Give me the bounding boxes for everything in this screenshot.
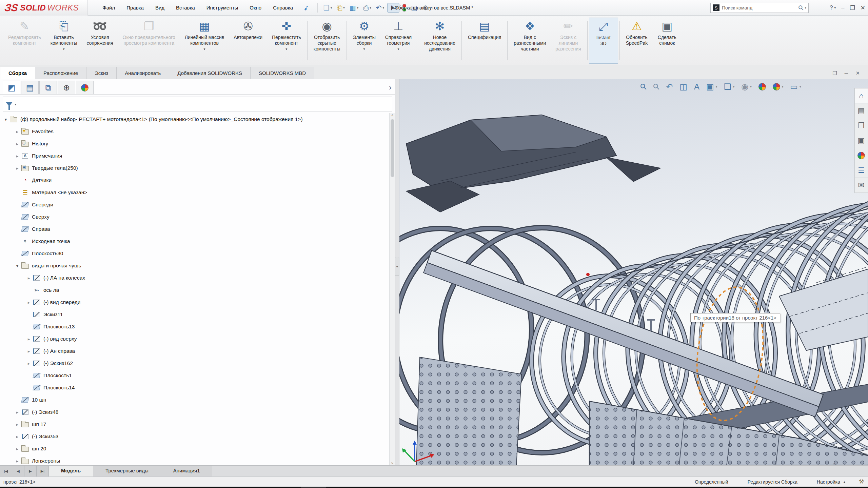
tree-item[interactable]: ▾(ф) продольный набор- РЕСТАРТ+ мотоганд… [2,113,389,125]
steam-button[interactable]: ◉ [100,487,125,488]
status-dropdown-icon[interactable]: ▴ [844,480,845,484]
tree-item[interactable]: ◔Датчики [2,174,389,186]
ribbon-mate-button[interactable]: ➿Условия сопряжения [82,18,118,64]
tree-item[interactable]: ▸(-) Эскиз53 [2,430,389,443]
tree-item[interactable]: Сверху [2,211,389,223]
menu-Правка[interactable]: Правка [121,3,150,13]
tree-item[interactable]: ▸AПримечания [2,150,389,162]
apply-scene-button[interactable]: ▾ [771,82,785,92]
tab-Эскиз[interactable]: Эскиз [86,67,117,79]
tree-item[interactable]: Плоскость1 [2,369,389,382]
tree-expand-arrow-icon[interactable]: ▸ [14,422,21,427]
save-button[interactable]: ▦▾ [348,3,360,12]
display-style-button[interactable]: ❑▾ [722,81,736,93]
dropdown-arrow-icon[interactable]: ▾ [733,85,735,88]
taskpane-forum-tab[interactable]: ✉ [855,178,868,193]
tree-expand-arrow-icon[interactable]: ▸ [14,129,21,134]
ribbon-insert-components-button[interactable]: ⎗Вставить компоненты▾ [46,18,82,64]
tree-item[interactable]: Спереди [2,199,389,211]
dropdown-arrow-icon[interactable]: ▾ [397,47,399,51]
doc-window-control-icon[interactable]: ✕ [855,70,860,76]
tree-item[interactable]: ▸(-) Ан справа [2,345,389,357]
file-explorer-taskbar-button[interactable] [75,487,100,488]
tab-SOLIDWORKS MBD[interactable]: SOLIDWORKS MBD [251,67,314,79]
tree-item[interactable]: Плоскость30 [2,247,389,260]
taskpane-file-explorer-tab[interactable]: ▣ [855,133,868,148]
taskpane-view-palette-tab[interactable] [855,148,868,163]
menu-Окно[interactable]: Окно [244,3,267,13]
solidworks-2016-button[interactable]: SW2016 [176,487,201,488]
tab-Анализировать[interactable]: Анализировать [117,67,169,79]
tab-Расположение[interactable]: Расположение [35,67,86,79]
help-button[interactable]: ? [830,4,833,11]
ribbon-speedpak-button[interactable]: ⚠Обновить SpeedPak [621,18,653,64]
tree-expand-arrow-icon[interactable]: ▸ [14,434,21,439]
dropdown-arrow-icon[interactable]: ▾ [716,85,717,88]
tree-scrollbar[interactable]: ˄ ˅ [389,113,395,465]
doc-tab-Анимация1[interactable]: Анимация1 [161,466,213,476]
taskpane-home-tab[interactable]: ⌂ [855,88,868,103]
panel-splitter[interactable]: ◂ [395,79,399,465]
search-input[interactable] [722,5,798,11]
tree-item[interactable]: ▸(-) Эскиз48 [2,406,389,418]
ribbon-move-component-button[interactable]: ✜Переместить компонент▾ [267,18,306,64]
hide-items-button[interactable]: ◉▾ [739,81,753,93]
tab-scroll-icon[interactable]: |◀ [0,466,12,476]
previous-view-button[interactable]: ↶ [664,81,674,93]
featuremanager-tab[interactable]: ◩ [3,81,20,94]
taskbar-search-button[interactable]: ⚲ [25,487,50,488]
section-view-button[interactable]: ◫ [678,81,689,93]
tree-item[interactable]: ▸(-) вид спереди [2,296,389,308]
search-icon[interactable]: ⚲ [796,3,805,12]
tree-item[interactable]: ➳ось ла [2,284,389,296]
dimxpert-tab[interactable]: ⊕ [58,81,75,94]
view-settings-button[interactable]: ▭▾ [788,81,803,93]
print-button[interactable]: ⎙▾ [361,3,373,12]
tree-expand-arrow-icon[interactable]: ▸ [14,141,21,146]
solidworks-2016-active-button[interactable]: SW2016 [301,487,326,488]
help-dropdown-icon[interactable]: ▾ [834,6,836,9]
dropdown-arrow-icon[interactable]: ▾ [370,6,371,9]
viewport-3d[interactable]: ⚲⚲↶◫A▣▾❑▾◉▾▾▭▾ ⌂▤❒▣☰✉ По траектории18 от… [399,79,868,465]
dropdown-arrow-icon[interactable]: ▾ [383,6,384,9]
doc-window-control-icon[interactable]: ❐ [832,70,837,76]
dropdown-arrow-icon[interactable]: ▾ [204,47,205,51]
ribbon-exploded-view-button[interactable]: ❖Вид с разнесенными частями [509,18,551,64]
tree-item[interactable]: ▸▣Твердые тела(250) [2,162,389,174]
tree-item[interactable]: ⌖Исходная точка [2,235,389,247]
filter-dropdown-icon[interactable]: ▾ [15,102,16,106]
taskpane-design-library-tab[interactable]: ❒ [855,118,868,133]
tree-item[interactable]: ▸★Favorites [2,125,389,138]
tree-item[interactable]: 10 шп [2,394,389,406]
tree-item[interactable]: ▸шп 20 [2,443,389,455]
tree-item[interactable]: ▸шп 17 [2,418,389,430]
tree-item[interactable]: ▸Лонжероны [2,455,389,465]
undo-button[interactable]: ↶▾ [374,3,386,12]
tree-expand-arrow-icon[interactable]: ▾ [2,117,9,122]
dropdown-arrow-icon[interactable]: ▾ [750,85,752,88]
displaymanager-tab[interactable] [76,81,94,94]
dropdown-arrow-icon[interactable]: ▾ [63,47,65,51]
doc-window-control-icon[interactable]: ─ [845,70,848,76]
pin-icon[interactable]: ➹ [302,3,310,13]
tree-expand-arrow-icon[interactable]: ▸ [25,300,33,305]
tree-item[interactable]: ▾виды и прочая чушь [2,260,389,272]
ribbon-show-hidden-button[interactable]: ◉Отобразить скрытые компоненты [309,18,345,64]
dropdown-arrow-icon[interactable]: ▾ [331,6,332,9]
ribbon-linear-pattern-button[interactable]: ▦Линейный массив компонентов▾ [180,18,229,64]
utorrent-button[interactable]: µ [125,487,151,488]
tree-expand-arrow-icon[interactable]: ▾ [14,263,21,268]
tree-item[interactable]: ▸(-) ЛА на колесах [2,272,389,284]
menu-Вид[interactable]: Вид [150,3,170,13]
ribbon-smart-fasteners-button[interactable]: ✇Автокрепежи [229,18,267,64]
tree-item[interactable]: Плоскость14 [2,382,389,394]
edit-appearance-button[interactable] [757,82,768,92]
dropdown-arrow-icon[interactable]: ▾ [782,85,784,88]
tree-expand-arrow-icon[interactable]: ▸ [25,349,33,354]
tree-item[interactable]: Плоскость13 [2,321,389,333]
tree-expand-arrow-icon[interactable]: ▸ [25,276,33,281]
dropdown-arrow-icon[interactable]: ▾ [800,85,801,88]
tools-button[interactable]: ⚒ [151,487,176,488]
tab-scroll-icon[interactable]: ▶| [37,466,49,476]
skype-button[interactable]: S [226,487,251,488]
